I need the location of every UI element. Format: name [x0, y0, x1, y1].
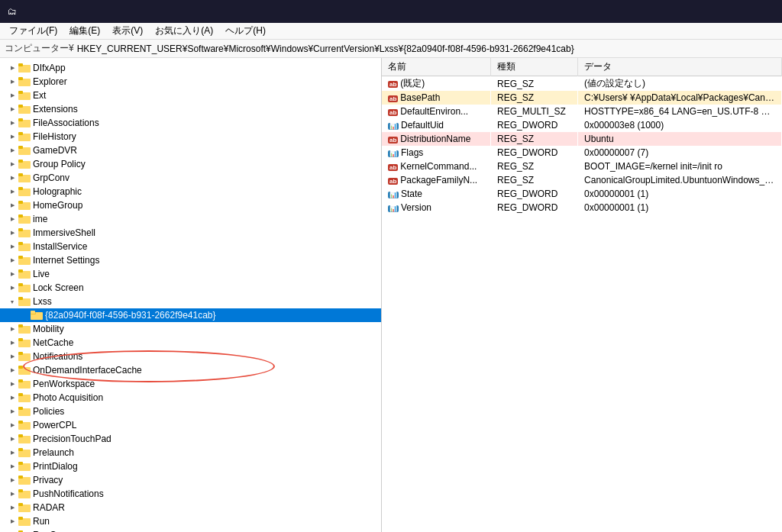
table-row[interactable]: 📊VersionREG_DWORD0x00000001 (1) [382, 201, 782, 214]
tree-item[interactable]: ▶Live [0, 267, 381, 281]
table-row[interactable]: ab(既定)REG_SZ(値の設定なし) [382, 76, 782, 92]
tree-item[interactable]: ▶Run [0, 514, 381, 528]
tree-expander[interactable] [18, 309, 31, 321]
tree-expander[interactable]: ▶ [6, 62, 18, 74]
tree-expander[interactable]: ▶ [6, 254, 18, 266]
tree-expander[interactable]: ▶ [6, 213, 18, 225]
tree-item[interactable]: ▶RunOnce [0, 528, 381, 532]
tree-item[interactable]: ▶PowerCPL [0, 418, 381, 432]
tree-item[interactable]: ▶Internet Settings [0, 253, 381, 267]
item-label: NetCache [33, 337, 73, 348]
tree-expander[interactable]: ▶ [6, 501, 18, 514]
tree-item[interactable]: ▶InstallService [0, 240, 381, 253]
table-row[interactable]: abPackageFamilyN...REG_SZCanonicalGroupL… [382, 173, 782, 187]
tree-expander[interactable]: ▶ [6, 185, 18, 198]
tree-expander[interactable]: ▶ [6, 405, 18, 418]
tree-expander[interactable]: ▶ [6, 268, 18, 280]
tree-item[interactable]: ▶Holographic [0, 185, 381, 198]
tree-expander[interactable]: ▶ [6, 144, 18, 156]
tree-expander[interactable]: ▶ [6, 158, 18, 170]
tree-item[interactable]: ▶Lock Screen [0, 281, 381, 295]
tree-item[interactable]: ▶RADAR [0, 501, 381, 514]
tree-expander[interactable]: ▶ [6, 447, 18, 459]
tree-item[interactable]: ▶Photo Acquisition [0, 391, 381, 405]
tree-item[interactable]: ▶HomeGroup [0, 198, 381, 212]
tree-item[interactable]: ▶Policies [0, 405, 381, 418]
tree-item[interactable]: ▶GameDVR [0, 143, 381, 157]
tree-item[interactable]: ▶Group Policy [0, 157, 381, 171]
tree-item[interactable]: ▼Lxss [0, 295, 381, 308]
tree-expander[interactable]: ▶ [6, 474, 18, 486]
tree-expander[interactable]: ▶ [6, 323, 18, 335]
table-row[interactable]: abDefaultEnviron...REG_MULTI_SZHOSTTYPE=… [382, 105, 782, 118]
tree-expander[interactable]: ▶ [6, 199, 18, 211]
folder-icon [18, 227, 31, 240]
folder-icon [18, 515, 31, 528]
minimize-button[interactable] [671, 0, 706, 23]
tree-expander[interactable]: ▶ [6, 529, 18, 532]
tree-expander[interactable]: ▶ [6, 488, 18, 500]
tree-item[interactable]: ▶OnDemandInterfaceCache [0, 363, 381, 377]
tree-expander[interactable]: ▶ [6, 419, 18, 431]
item-label: Mobility [33, 324, 64, 334]
table-row[interactable]: abKernelCommand...REG_SZBOOT_IMAGE=/kern… [382, 160, 782, 173]
tree-expander[interactable]: ▶ [6, 227, 18, 239]
tree-expander[interactable]: ▶ [6, 103, 18, 115]
tree-expander[interactable]: ▶ [6, 117, 18, 129]
tree-panel[interactable]: ▶DIfxApp▶Explorer▶Ext▶Extensions▶FileAss… [0, 58, 382, 532]
close-button[interactable] [741, 0, 776, 23]
table-row[interactable]: 📊StateREG_DWORD0x00000001 (1) [382, 187, 782, 201]
tree-item[interactable]: ▶PrecisionTouchPad [0, 432, 381, 446]
tree-expander[interactable]: ▶ [6, 131, 18, 143]
folder-icon [18, 268, 31, 281]
tree-item[interactable]: ▶NetCache [0, 336, 381, 350]
tree-item[interactable]: ▶GrpConv [0, 171, 381, 185]
tree-item[interactable]: ▶Explorer [0, 75, 381, 89]
tree-expander[interactable]: ▶ [6, 282, 18, 294]
tree-expander[interactable]: ▶ [6, 172, 18, 184]
tree-expander[interactable]: ▶ [6, 515, 18, 527]
tree-item[interactable]: ▶PrintDialog [0, 459, 381, 473]
tree-expander[interactable]: ▶ [6, 76, 18, 88]
menu-edit[interactable]: 編集(E) [63, 23, 106, 39]
menu-help[interactable]: ヘルプ(H) [219, 23, 272, 39]
tree-item[interactable]: ▶Extensions [0, 102, 381, 116]
tree-item[interactable]: ▶PushNotifications [0, 487, 381, 501]
table-row[interactable]: abDistributionNameREG_SZUbuntu [382, 132, 782, 146]
tree-item[interactable]: ▶Prelaunch [0, 446, 381, 459]
tree-item[interactable]: ▶Notifications [0, 350, 381, 363]
table-row[interactable]: abBasePathREG_SZC:¥Users¥ ¥AppData¥Local… [382, 91, 782, 105]
col-type[interactable]: 種類 [491, 58, 578, 76]
svg-rect-46 [18, 366, 23, 369]
table-row[interactable]: 📊FlagsREG_DWORD0x00000007 (7) [382, 146, 782, 160]
item-label: PrecisionTouchPad [33, 434, 111, 444]
tree-expander[interactable]: ▶ [6, 392, 18, 404]
col-data[interactable]: データ [578, 58, 782, 76]
maximize-button[interactable] [706, 0, 741, 23]
tree-item[interactable]: ▶Ext [0, 89, 381, 102]
tree-expander[interactable]: ▶ [6, 337, 18, 349]
menu-favorites[interactable]: お気に入り(A) [149, 23, 219, 39]
tree-item[interactable]: ▶DIfxApp [0, 61, 381, 75]
tree-subitem[interactable]: {82a0940f-f08f-4596-b931-2662f9e41cab} [0, 308, 381, 322]
menu-view[interactable]: 表示(V) [106, 23, 149, 39]
tree-expander[interactable]: ▶ [6, 240, 18, 253]
col-name[interactable]: 名前 [382, 58, 491, 76]
tree-expander[interactable]: ▶ [6, 350, 18, 363]
tree-expander[interactable]: ▶ [6, 89, 18, 102]
tree-expander[interactable]: ▶ [6, 433, 18, 445]
registry-header: 名前 種類 データ [382, 58, 782, 76]
tree-item[interactable]: ▶FileAssociations [0, 116, 381, 130]
tree-item[interactable]: ▶Mobility [0, 322, 381, 336]
tree-expander[interactable]: ▼ [6, 295, 18, 308]
tree-item[interactable]: ▶Privacy [0, 473, 381, 487]
tree-item[interactable]: ▶FileHistory [0, 130, 381, 143]
tree-item[interactable]: ▶ime [0, 212, 381, 226]
table-row[interactable]: 📊DefaultUidREG_DWORD0x000003e8 (1000) [382, 118, 782, 132]
tree-item[interactable]: ▶PenWorkspace [0, 377, 381, 391]
tree-expander[interactable]: ▶ [6, 378, 18, 390]
tree-expander[interactable]: ▶ [6, 460, 18, 472]
tree-expander[interactable]: ▶ [6, 364, 18, 376]
tree-item[interactable]: ▶ImmersiveShell [0, 226, 381, 240]
menu-file[interactable]: ファイル(F) [3, 23, 63, 39]
